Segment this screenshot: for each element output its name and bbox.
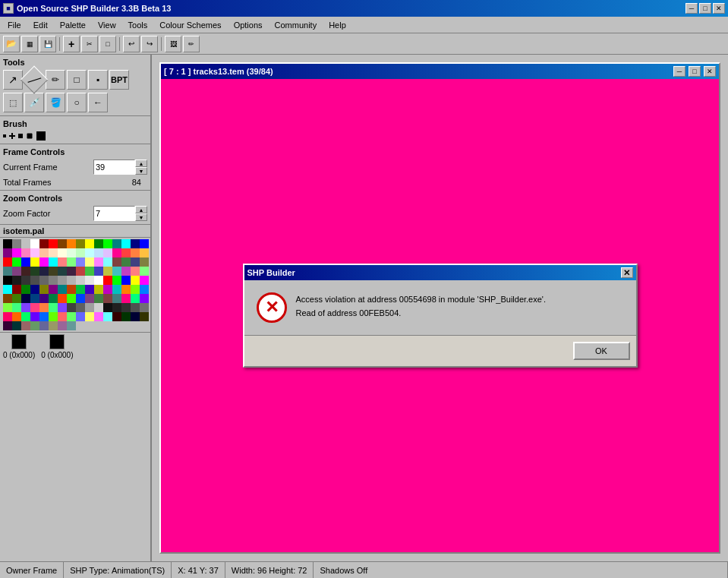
palette-cell[interactable] bbox=[39, 303, 49, 312]
palette-cell[interactable] bbox=[67, 312, 76, 321]
palette-cell[interactable] bbox=[76, 303, 85, 312]
palette-cell[interactable] bbox=[49, 303, 58, 312]
tool-select-rect[interactable]: ⬚ bbox=[3, 93, 23, 112]
brush-2px[interactable] bbox=[18, 134, 23, 138]
palette-cell[interactable] bbox=[30, 239, 39, 248]
palette-cell[interactable] bbox=[121, 239, 131, 248]
palette-cell[interactable] bbox=[58, 267, 67, 276]
palette-cell[interactable] bbox=[85, 294, 94, 303]
current-frame-up[interactable]: ▲ bbox=[135, 160, 147, 167]
palette-cell[interactable] bbox=[3, 239, 12, 248]
palette-cell[interactable] bbox=[94, 239, 103, 248]
toolbar-save[interactable]: 💾 bbox=[39, 36, 56, 52]
palette-cell[interactable] bbox=[112, 248, 121, 257]
toolbar-rect[interactable]: □ bbox=[99, 36, 116, 52]
toolbar-add[interactable]: + bbox=[63, 36, 80, 52]
palette-cell[interactable] bbox=[131, 239, 140, 248]
brush-dot-plus[interactable] bbox=[9, 133, 15, 139]
primary-color-box[interactable] bbox=[11, 334, 27, 349]
dialog-close-button[interactable]: ✕ bbox=[621, 267, 633, 278]
palette-cell[interactable] bbox=[30, 257, 39, 267]
palette-cell[interactable] bbox=[94, 276, 103, 285]
inner-maximize[interactable]: □ bbox=[689, 66, 701, 77]
toolbar-open[interactable]: 📂 bbox=[3, 36, 20, 52]
tool-fill[interactable]: 🪣 bbox=[46, 93, 65, 112]
palette-cell[interactable] bbox=[94, 257, 103, 267]
toolbar-redo[interactable]: ↪ bbox=[141, 36, 158, 52]
palette-cell[interactable] bbox=[121, 285, 131, 294]
palette-cell[interactable] bbox=[12, 294, 21, 303]
palette-cell[interactable] bbox=[21, 248, 30, 257]
palette-cell[interactable] bbox=[112, 239, 121, 248]
menu-palette[interactable]: Palette bbox=[54, 19, 92, 31]
palette-cell[interactable] bbox=[140, 276, 149, 285]
brush-asterisk[interactable]: ✱ bbox=[36, 131, 46, 141]
palette-cell[interactable] bbox=[3, 321, 12, 330]
menu-options[interactable]: Options bbox=[228, 19, 269, 31]
palette-cell[interactable] bbox=[58, 257, 67, 267]
palette-cell[interactable] bbox=[121, 257, 131, 267]
palette-cell[interactable] bbox=[30, 303, 39, 312]
palette-cell[interactable] bbox=[140, 248, 149, 257]
palette-cell[interactable] bbox=[12, 257, 21, 267]
palette-cell[interactable] bbox=[67, 321, 76, 330]
tool-eyedropper[interactable]: 💉 bbox=[24, 93, 44, 112]
palette-cell[interactable] bbox=[94, 312, 103, 321]
palette-cell[interactable] bbox=[121, 303, 131, 312]
palette-cell[interactable] bbox=[39, 248, 49, 257]
palette-cell[interactable] bbox=[30, 276, 39, 285]
palette-cell[interactable] bbox=[85, 267, 94, 276]
palette-cell[interactable] bbox=[49, 294, 58, 303]
tool-rect[interactable]: □ bbox=[67, 70, 87, 90]
palette-cell[interactable] bbox=[3, 257, 12, 267]
palette-cell[interactable] bbox=[112, 276, 121, 285]
palette-cell[interactable] bbox=[103, 276, 112, 285]
minimize-button[interactable]: ─ bbox=[685, 3, 698, 14]
palette-cell[interactable] bbox=[21, 267, 30, 276]
palette-cell[interactable] bbox=[131, 285, 140, 294]
inner-close[interactable]: ✕ bbox=[704, 66, 716, 77]
menu-help[interactable]: Help bbox=[323, 19, 352, 31]
palette-cell[interactable] bbox=[103, 312, 112, 321]
palette-cell[interactable] bbox=[76, 267, 85, 276]
palette-cell[interactable] bbox=[76, 248, 85, 257]
palette-cell[interactable] bbox=[112, 294, 121, 303]
palette-cell[interactable] bbox=[131, 294, 140, 303]
palette-cell[interactable] bbox=[121, 248, 131, 257]
palette-cell[interactable] bbox=[12, 321, 21, 330]
palette-cell[interactable] bbox=[67, 303, 76, 312]
palette-cell[interactable] bbox=[103, 267, 112, 276]
palette-cell[interactable] bbox=[112, 285, 121, 294]
palette-cell[interactable] bbox=[30, 267, 39, 276]
palette-cell[interactable] bbox=[131, 276, 140, 285]
palette-cell[interactable] bbox=[39, 285, 49, 294]
palette-cell[interactable] bbox=[21, 303, 30, 312]
palette-cell[interactable] bbox=[103, 285, 112, 294]
palette-cell[interactable] bbox=[58, 312, 67, 321]
palette-cell[interactable] bbox=[94, 303, 103, 312]
menu-community[interactable]: Community bbox=[269, 19, 323, 31]
palette-cell[interactable] bbox=[76, 276, 85, 285]
palette-cell[interactable] bbox=[21, 239, 30, 248]
palette-cell[interactable] bbox=[112, 303, 121, 312]
palette-cell[interactable] bbox=[140, 285, 149, 294]
tool-ellipse[interactable]: ○ bbox=[67, 93, 87, 112]
palette-cell[interactable] bbox=[3, 312, 12, 321]
brush-diamond[interactable] bbox=[26, 132, 33, 140]
palette-cell[interactable] bbox=[103, 303, 112, 312]
toolbar-undo[interactable]: ↩ bbox=[123, 36, 140, 52]
palette-cell[interactable] bbox=[103, 294, 112, 303]
palette-cell[interactable] bbox=[140, 303, 149, 312]
palette-cell[interactable] bbox=[140, 239, 149, 248]
palette-cell[interactable] bbox=[131, 312, 140, 321]
palette-cell[interactable] bbox=[21, 276, 30, 285]
palette-cell[interactable] bbox=[67, 285, 76, 294]
maximize-button[interactable]: □ bbox=[699, 3, 711, 14]
palette-cell[interactable] bbox=[30, 285, 39, 294]
palette-cell[interactable] bbox=[103, 257, 112, 267]
palette-cell[interactable] bbox=[21, 321, 30, 330]
palette-cell[interactable] bbox=[21, 285, 30, 294]
palette-cell[interactable] bbox=[39, 267, 49, 276]
palette-cell[interactable] bbox=[12, 267, 21, 276]
palette-cell[interactable] bbox=[85, 312, 94, 321]
